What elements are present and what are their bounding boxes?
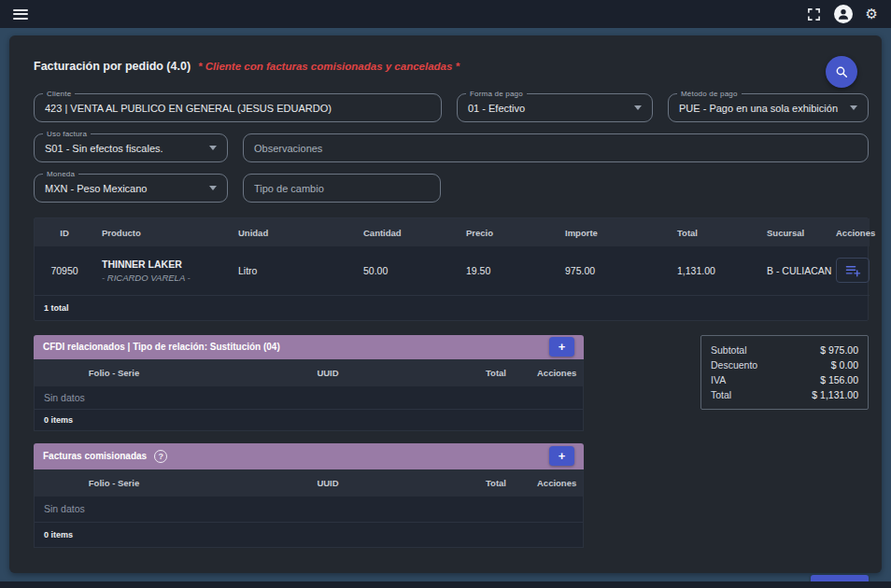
uso-factura-select[interactable]: Uso factura S01 - Sin efectos fiscales. [34, 133, 228, 162]
col-total: Total [462, 359, 530, 386]
account-avatar-icon[interactable] [834, 5, 853, 23]
tipo-de-cambio-input[interactable] [254, 183, 430, 194]
cell-id: 70950 [35, 246, 94, 295]
product-name: THINNER LAKER [102, 259, 223, 270]
add-cfdi-button[interactable]: + [549, 337, 574, 357]
products-header-row: ID Producto Unidad Cantidad Precio Impor… [35, 218, 870, 246]
col-precio: Precio [459, 218, 558, 246]
uso-factura-value: S01 - Sin efectos fiscales. [45, 143, 202, 154]
col-folio-serie: Folio - Serie [35, 359, 193, 386]
col-total: Total [670, 218, 759, 246]
top-app-bar: ⚙ [0, 0, 891, 28]
cliente-label: Cliente [43, 90, 75, 98]
col-uuid: UUID [193, 469, 462, 497]
cfdi-relacionados-header: CFDI relacionados | Tipo de relación: Su… [34, 335, 584, 359]
products-table: ID Producto Unidad Cantidad Precio Impor… [34, 217, 869, 321]
observaciones-field[interactable] [243, 133, 869, 162]
facturas-comisionadas-section: Facturas comisionadas ? + Fol [34, 443, 584, 548]
uso-factura-label: Uso factura [43, 130, 91, 138]
hamburger-menu-icon[interactable] [13, 9, 28, 20]
tipo-de-cambio-field[interactable] [243, 174, 441, 203]
moneda-label: Moneda [43, 170, 78, 178]
total-value: $ 1,131.00 [812, 389, 858, 400]
settings-gear-icon[interactable]: ⚙ [866, 7, 878, 21]
cfdi-empty-state: Sin datos [35, 386, 583, 410]
chevron-down-icon [850, 105, 857, 110]
forma-de-pago-select[interactable]: Forma de pago 01 - Efectivo [457, 93, 653, 122]
col-uuid: UUID [193, 359, 462, 386]
bottom-bar [0, 581, 891, 588]
facturas-comisionadas-title: Facturas comisionadas [43, 451, 147, 461]
product-seller: - RICARDO VARELA - [102, 273, 223, 283]
metodo-de-pago-label: Método de pago [677, 90, 742, 98]
plus-icon: + [559, 341, 566, 353]
cliente-value: 423 | VENTA AL PUBLICO EN GENERAL (JESUS… [45, 103, 431, 114]
metodo-de-pago-value: PUE - Pago en una sola exhibición [679, 103, 842, 114]
iva-value: $ 156.00 [820, 374, 858, 385]
chevron-down-icon [209, 146, 217, 150]
col-total: Total [462, 469, 530, 497]
facturas-items-count: 0 items [35, 523, 583, 547]
moneda-value: MXN - Peso Mexicano [45, 183, 202, 194]
page-title: Facturación por pedido (4.0) [34, 60, 191, 73]
plus-icon: + [559, 450, 566, 462]
observaciones-input[interactable] [254, 143, 857, 154]
search-icon [834, 64, 849, 79]
cell-unidad: Litro [231, 246, 356, 295]
fullscreen-icon[interactable] [807, 7, 821, 21]
cell-precio: 19.50 [459, 246, 558, 295]
forma-de-pago-value: 01 - Efectivo [468, 103, 627, 114]
client-warning-text: * Cliente con facturas comisionadas y ca… [198, 61, 460, 72]
invoice-card: Facturación por pedido (4.0) * Cliente c… [9, 35, 882, 573]
chevron-down-icon [634, 105, 642, 110]
iva-label: IVA [711, 374, 726, 385]
col-sucursal: Sucursal [759, 218, 828, 246]
facturas-comisionadas-header: Facturas comisionadas ? + [34, 443, 584, 469]
moneda-select[interactable]: Moneda MXN - Peso Mexicano [34, 174, 228, 203]
table-row: 70950 THINNER LAKER - RICARDO VARELA - L… [35, 246, 870, 295]
subtotal-value: $ 975.00 [820, 344, 858, 356]
facturas-empty-state: Sin datos [35, 497, 583, 523]
playlist-add-icon [845, 264, 861, 277]
cell-importe: 975.00 [558, 246, 670, 295]
subtotal-label: Subtotal [711, 344, 747, 356]
search-button[interactable] [826, 56, 857, 88]
help-icon[interactable]: ? [154, 450, 167, 463]
cfdi-relacionados-title: CFDI relacionados | Tipo de relación: Su… [43, 342, 280, 352]
col-importe: Importe [558, 218, 670, 246]
col-acciones: Acciones [828, 218, 870, 246]
col-acciones: Acciones [530, 359, 583, 386]
row-add-to-list-button[interactable] [836, 258, 870, 283]
col-cantidad: Cantidad [356, 218, 459, 246]
chevron-down-icon [209, 186, 217, 190]
cell-acciones [828, 246, 870, 295]
descuento-value: $ 0.00 [831, 359, 858, 371]
cfdi-relacionados-section: CFDI relacionados | Tipo de relación: Su… [34, 335, 584, 431]
metodo-de-pago-select[interactable]: Método de pago PUE - Pago en una sola ex… [668, 93, 869, 122]
add-factura-comisionada-button[interactable]: + [549, 446, 574, 466]
totals-summary: Subtotal $ 975.00 Descuento $ 0.00 IVA $… [700, 335, 869, 410]
cell-producto: THINNER LAKER - RICARDO VARELA - [94, 246, 231, 295]
cell-total: 1,131.00 [670, 246, 759, 295]
cliente-field[interactable]: Cliente 423 | VENTA AL PUBLICO EN GENERA… [34, 93, 442, 122]
cfdi-items-count: 0 items [35, 410, 583, 430]
total-label: Total [711, 389, 731, 400]
facturas-header-row: Folio - Serie UUID Total Acciones [35, 469, 583, 497]
cfdi-header-row: Folio - Serie UUID Total Acciones [35, 359, 583, 386]
cell-sucursal: B - CULIACAN [759, 246, 828, 295]
cell-cantidad: 50.00 [356, 246, 459, 295]
forma-de-pago-label: Forma de pago [466, 90, 527, 98]
col-unidad: Unidad [231, 218, 356, 246]
col-acciones: Acciones [530, 469, 583, 497]
col-producto: Producto [94, 218, 231, 246]
descuento-label: Descuento [711, 359, 757, 371]
col-folio-serie: Folio - Serie [35, 469, 193, 497]
products-count: 1 total [35, 296, 868, 320]
col-id: ID [35, 218, 94, 246]
